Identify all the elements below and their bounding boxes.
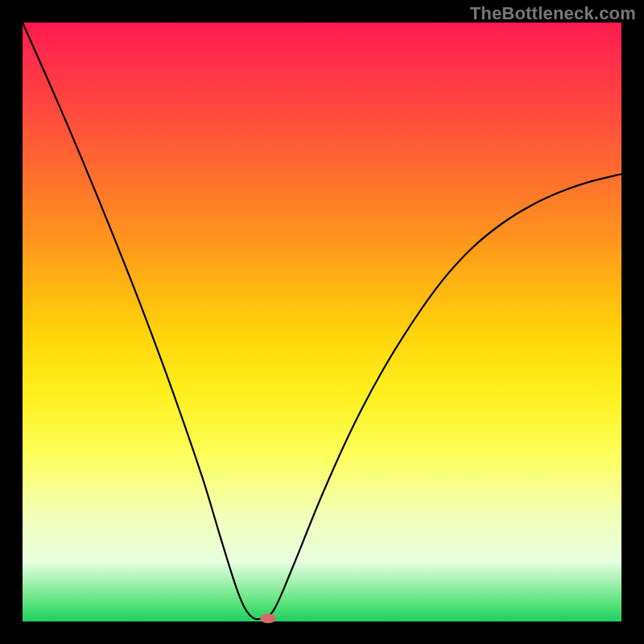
watermark-text: TheBottleneck.com [470,3,636,24]
chart-frame: TheBottleneck.com [0,0,644,644]
bottleneck-curve [23,23,621,619]
optimal-point-marker [260,613,276,623]
plot-area [23,23,621,621]
chart-svg [23,23,621,621]
